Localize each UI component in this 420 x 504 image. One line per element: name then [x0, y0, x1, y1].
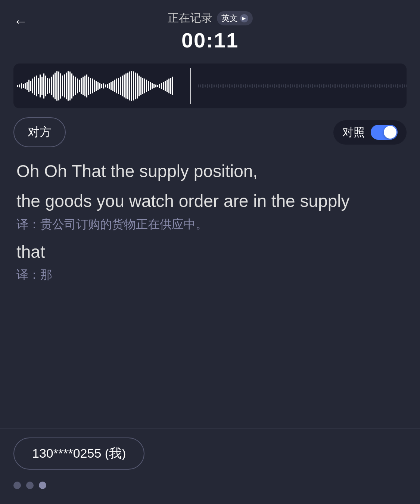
- transcript-en-2: the goods you watch order are in the sup…: [16, 189, 404, 213]
- waveform-container: [13, 64, 407, 108]
- recording-status-label: 正在记录: [168, 10, 212, 26]
- waveform-cursor: [190, 68, 191, 104]
- header: ← 正在记录 英文 00:11: [0, 0, 420, 60]
- language-label: 英文: [221, 13, 238, 24]
- dot-2: [26, 482, 34, 489]
- transcript-en-3: that: [16, 240, 404, 264]
- back-button[interactable]: ←: [13, 13, 28, 30]
- transcript-zh-2: 译：贵公司订购的货物正在供应中。: [16, 215, 404, 234]
- toggle-label: 对照: [342, 125, 365, 140]
- transcript-line-2: the goods you watch order are in the sup…: [16, 189, 404, 234]
- waveform-right: [194, 64, 407, 108]
- title-row: 正在记录 英文: [168, 10, 253, 26]
- pagination-dots: [13, 482, 407, 489]
- speaker-button[interactable]: 对方: [13, 117, 66, 147]
- bottom-area: 130****0255 (我): [0, 428, 420, 504]
- dot-1: [13, 482, 21, 489]
- transcript-en-1: Oh Oh That the supply position,: [16, 159, 404, 183]
- caller-button[interactable]: 130****0255 (我): [13, 437, 144, 470]
- waveform-left: [13, 64, 190, 108]
- toggle-container: 对照: [333, 120, 407, 145]
- recording-time: 00:11: [181, 28, 239, 52]
- transcript-area: Oh Oh That the supply position, the good…: [0, 159, 420, 285]
- language-badge[interactable]: 英文: [217, 11, 253, 25]
- transcript-zh-3: 译：那: [16, 265, 404, 284]
- dot-3: [39, 482, 46, 489]
- contrast-toggle[interactable]: [371, 125, 398, 140]
- transcript-line-1: Oh Oh That the supply position,: [16, 159, 404, 183]
- transcript-line-3: that 译：那: [16, 240, 404, 285]
- controls-row: 对方 对照: [0, 117, 420, 147]
- next-icon: [240, 14, 248, 22]
